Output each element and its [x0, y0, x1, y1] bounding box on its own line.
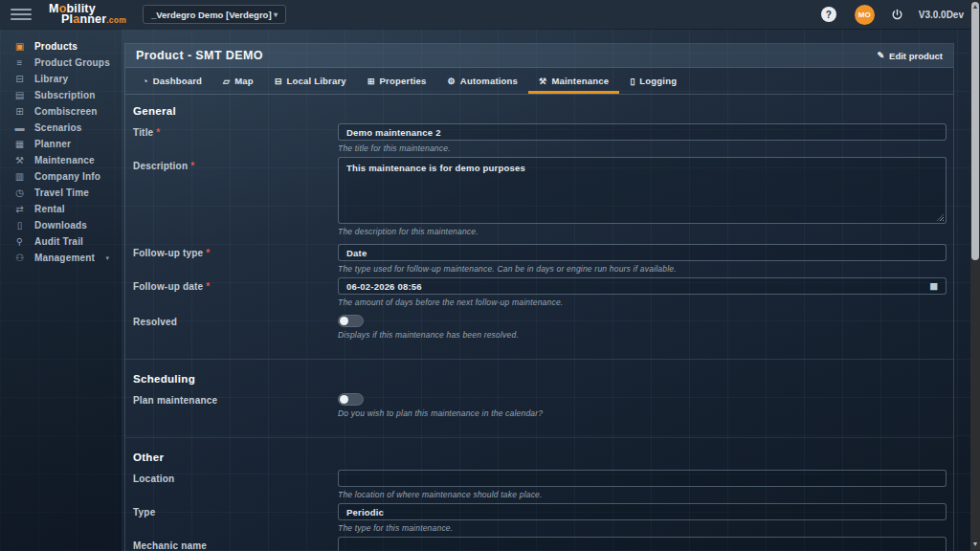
resize-handle-icon[interactable]: [937, 214, 944, 221]
tab-map[interactable]: ▱Map: [212, 68, 264, 94]
tab-logging[interactable]: ▯Logging: [619, 68, 687, 94]
section-divider: [125, 437, 953, 438]
field-title: Title *Demo maintenance 2The title for t…: [133, 123, 953, 153]
tab-bar: ◔Dashboard▱Map⊟Local Library⊞Properties⚙…: [125, 68, 953, 95]
field-label: Mechanic name: [133, 537, 338, 551]
document-icon: ▯: [12, 220, 27, 231]
wrench-icon: ⚒: [12, 155, 27, 165]
field-plan-maintenance: Plan maintenanceDo you wish to plan this…: [133, 391, 953, 418]
briefcase-icon: ▬: [12, 122, 27, 133]
field-label: Resolved: [133, 313, 338, 340]
organization-select[interactable]: _Verdegro Demo [Verdegro] ▾: [143, 5, 286, 24]
field-label: Follow-up date *: [133, 277, 338, 307]
sidebar-item-management[interactable]: ⚇Management▾: [0, 250, 122, 266]
app-logo: Mobility Planner.com: [49, 4, 126, 25]
tab-label: Maintenance: [551, 76, 609, 86]
sidebar-item-travel-time[interactable]: ◷Travel Time: [0, 185, 122, 201]
sidebar-item-label: Planner: [34, 139, 71, 149]
toggle-knob: [340, 395, 348, 404]
tab-automations[interactable]: ⚙Automations: [437, 68, 529, 94]
field-label: Description *: [133, 157, 338, 236]
calendar-icon[interactable]: ▦: [929, 281, 938, 291]
power-button[interactable]: [891, 9, 903, 21]
sidebar-item-maintenance[interactable]: ⚒Maintenance: [0, 152, 122, 168]
help-button[interactable]: ?: [821, 7, 836, 22]
field-value: Date: [346, 248, 938, 258]
field-help: The location of where maintenance should…: [338, 490, 947, 499]
sidebar-item-label: Company Info: [34, 171, 100, 182]
mechanic-name-input[interactable]: [338, 537, 947, 551]
dashboard-icon: ◔: [143, 77, 148, 86]
sidebar-item-label: Downloads: [34, 220, 87, 231]
tab-maintenance[interactable]: ⚒Maintenance: [528, 68, 619, 94]
wrench-icon: ⚒: [539, 77, 546, 86]
sidebar-item-label: Combiscreen: [34, 106, 98, 117]
sidebar-item-label: Audit Trail: [34, 236, 83, 247]
scroll-up-icon[interactable]: ▲: [970, 3, 980, 11]
section-title-general: General: [133, 105, 953, 117]
sidebar-item-rental[interactable]: ⇄Rental: [0, 201, 122, 217]
sidebar-item-products[interactable]: ▣Products: [0, 38, 122, 55]
field-value: This maintenance is for demo purposes: [346, 163, 938, 173]
scrollbar-thumb[interactable]: [971, 2, 979, 260]
tab-local-library[interactable]: ⊟Local Library: [264, 68, 357, 94]
sidebar-item-audit-trail[interactable]: ⚲Audit Trail: [0, 233, 122, 250]
plan-maintenance-toggle[interactable]: [338, 393, 364, 406]
gear-icon: ⚙: [448, 77, 456, 86]
type-input[interactable]: Periodic: [338, 503, 947, 520]
content-panel: Product - SMT DEMO ✎ Edit product ◔Dashb…: [124, 43, 954, 551]
power-icon: [891, 9, 903, 21]
sidebar-item-label: Product Groups: [34, 57, 110, 68]
sidebar-item-combiscreen[interactable]: ⊞Combiscreen: [0, 103, 122, 120]
field-help: The title for this maintenance.: [338, 143, 947, 153]
sidebar-item-label: Products: [34, 41, 78, 52]
field-label: Follow-up type *: [133, 244, 338, 274]
required-asterisk: *: [203, 248, 210, 258]
version-label: V3.0.0Dev: [919, 10, 964, 20]
clock-icon: ◷: [12, 187, 27, 198]
follow-up-date-input[interactable]: 06-02-2026 08:56▦: [338, 277, 947, 295]
properties-icon: ⊞: [368, 77, 375, 86]
avatar[interactable]: MO: [855, 5, 875, 25]
sidebar-item-library[interactable]: ⊟Library: [0, 71, 122, 87]
sidebar-item-scenarios[interactable]: ▬Scenarios: [0, 120, 122, 136]
sidebar-item-product-groups[interactable]: ≡Product Groups: [0, 55, 122, 71]
layers-icon: ≡: [12, 57, 27, 68]
required-asterisk: *: [203, 281, 210, 292]
sidebar-item-company-info[interactable]: ▥Company Info: [0, 168, 122, 185]
scrollbar[interactable]: ▲ ▼: [970, 0, 980, 551]
sidebar-item-label: Maintenance: [34, 155, 95, 165]
field-value: 06-02-2026 08:56: [346, 281, 922, 292]
field-label: Plan maintenance: [133, 391, 338, 418]
section-title-other: Other: [133, 452, 953, 463]
library-icon: ⊟: [12, 74, 27, 84]
tab-dashboard[interactable]: ◔Dashboard: [132, 68, 212, 94]
sidebar-item-subscription[interactable]: ▤Subscription: [0, 87, 122, 103]
sidebar-item-planner[interactable]: ▦Planner: [0, 136, 122, 152]
scroll-down-icon[interactable]: ▼: [970, 540, 980, 548]
clipboard-icon: ▯: [630, 77, 635, 86]
title-input[interactable]: Demo maintenance 2: [338, 123, 947, 141]
truck-icon: ▣: [12, 41, 27, 52]
sidebar-item-label: Management: [34, 253, 95, 263]
local-library-icon: ⊟: [275, 77, 282, 86]
resolved-toggle[interactable]: [338, 315, 364, 327]
tab-label: Automations: [460, 76, 518, 86]
edit-icon: ✎: [878, 51, 885, 60]
edit-product-button[interactable]: ✎ Edit product: [878, 51, 944, 61]
description-textarea[interactable]: This maintenance is for demo purposes: [338, 157, 947, 224]
sidebar-item-label: Travel Time: [34, 187, 89, 198]
page-title: Product - SMT DEMO: [136, 49, 263, 62]
hamburger-menu-button[interactable]: [11, 8, 32, 21]
tab-properties[interactable]: ⊞Properties: [357, 68, 437, 94]
location-input[interactable]: [338, 470, 947, 487]
follow-up-type-input[interactable]: Date: [338, 244, 947, 261]
sidebar-item-label: Subscription: [34, 90, 96, 100]
tab-label: Local Library: [287, 76, 346, 86]
tab-label: Properties: [380, 76, 427, 86]
field-help: The description for this maintenance.: [338, 227, 947, 236]
form-area: GeneralTitle *Demo maintenance 2The titl…: [125, 96, 953, 551]
sidebar-item-downloads[interactable]: ▯Downloads: [0, 217, 122, 233]
list-icon: ▤: [12, 90, 27, 100]
section-title-scheduling: Scheduling: [133, 373, 953, 385]
